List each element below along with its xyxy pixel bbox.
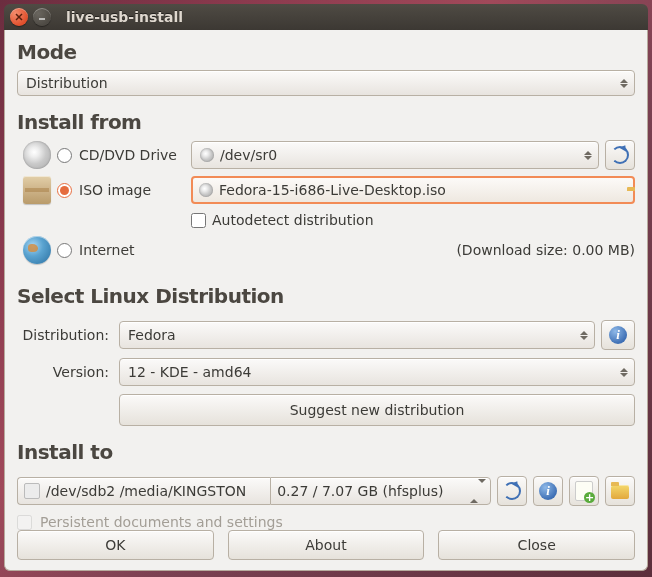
target-device-capacity: 0.27 / 7.07 GB (hfsplus): [277, 483, 443, 499]
suggest-distribution-label: Suggest new distribution: [290, 402, 465, 418]
source-row-iso: ISO image Fedora-15-i686-Live-Desktop.is…: [17, 176, 635, 204]
chevron-updown-icon: [470, 483, 486, 499]
target-add-button[interactable]: [569, 476, 599, 506]
install-from-heading: Install from: [17, 110, 635, 134]
close-button-label: Close: [518, 537, 556, 553]
install-to-row: /dev/sdb2 /media/KINGSTON 0.27 / 7.07 GB…: [17, 476, 635, 506]
iso-file-picker[interactable]: Fedora-15-i686-Live-Desktop.iso: [191, 176, 635, 204]
mode-heading: Mode: [17, 40, 635, 64]
target-refresh-button[interactable]: [497, 476, 527, 506]
button-row: OK About Close: [17, 530, 635, 560]
cd-icon: [23, 141, 51, 169]
persistent-row: Persistent documents and settings: [17, 514, 635, 530]
persistent-checkbox: [17, 515, 32, 530]
select-dist-heading: Select Linux Distribution: [17, 284, 635, 308]
minimize-icon: [37, 12, 47, 22]
target-device-path: /dev/sdb2 /media/KINGSTON: [46, 483, 246, 499]
distribution-label: Distribution:: [17, 327, 113, 343]
iso-file-name: Fedora-15-i686-Live-Desktop.iso: [219, 182, 446, 198]
chevron-updown-icon: [578, 151, 592, 160]
document-add-icon: [575, 481, 593, 501]
drive-icon: [24, 483, 40, 499]
titlebar: live-usb-install: [4, 4, 648, 30]
cd-device-dropdown[interactable]: /dev/sr0: [191, 141, 599, 169]
source-label-internet: Internet: [79, 242, 191, 258]
mode-dropdown[interactable]: Distribution: [17, 70, 635, 96]
about-button[interactable]: About: [228, 530, 425, 560]
refresh-icon: [611, 146, 629, 164]
chevron-updown-icon: [614, 79, 628, 88]
autodetect-label: Autodetect distribution: [212, 212, 374, 228]
disc-icon: [199, 183, 213, 197]
select-dist-grid: Distribution: Fedora i Version: 12 - KDE…: [17, 320, 635, 426]
version-value: 12 - KDE - amd64: [128, 364, 251, 380]
ok-button[interactable]: OK: [17, 530, 214, 560]
package-icon: [23, 176, 51, 204]
globe-icon: [23, 236, 51, 264]
target-browse-button[interactable]: [605, 476, 635, 506]
cd-device-value: /dev/sr0: [220, 147, 277, 163]
source-label-iso: ISO image: [79, 182, 191, 198]
chevron-updown-icon: [574, 331, 588, 340]
source-radio-internet[interactable]: [57, 243, 72, 258]
source-label-cd: CD/DVD Drive: [79, 147, 191, 163]
cd-refresh-button[interactable]: [605, 140, 635, 170]
window-body: Mode Distribution Install from CD/DVD Dr…: [4, 30, 648, 571]
refresh-icon: [503, 482, 521, 500]
persistent-label: Persistent documents and settings: [40, 514, 283, 530]
source-row-cd: CD/DVD Drive /dev/sr0: [17, 140, 635, 170]
info-icon: i: [539, 482, 557, 500]
download-size-text: (Download size: 0.00 MB): [456, 242, 635, 258]
mode-dropdown-value: Distribution: [26, 75, 108, 91]
window-title: live-usb-install: [66, 9, 183, 25]
close-icon: [14, 12, 24, 22]
about-button-label: About: [305, 537, 346, 553]
target-device-dropdown[interactable]: /dev/sdb2 /media/KINGSTON 0.27 / 7.07 GB…: [17, 477, 491, 505]
ok-button-label: OK: [105, 537, 125, 553]
distribution-dropdown[interactable]: Fedora: [119, 321, 595, 349]
window-minimize-button[interactable]: [33, 8, 51, 26]
version-label: Version:: [17, 364, 113, 380]
install-to-heading: Install to: [17, 440, 635, 464]
autodetect-checkbox[interactable]: [191, 213, 206, 228]
suggest-distribution-button[interactable]: Suggest new distribution: [119, 394, 635, 426]
window-close-button[interactable]: [10, 8, 28, 26]
disc-icon: [200, 148, 214, 162]
target-info-button[interactable]: i: [533, 476, 563, 506]
version-dropdown[interactable]: 12 - KDE - amd64: [119, 358, 635, 386]
info-icon: i: [609, 326, 627, 344]
distribution-value: Fedora: [128, 327, 176, 343]
distribution-info-button[interactable]: i: [601, 320, 635, 350]
close-button[interactable]: Close: [438, 530, 635, 560]
source-radio-iso[interactable]: [57, 183, 72, 198]
chevron-updown-icon: [614, 368, 628, 377]
source-radio-cd[interactable]: [57, 148, 72, 163]
autodetect-row: Autodetect distribution: [191, 212, 635, 228]
source-row-internet: Internet (Download size: 0.00 MB): [17, 236, 635, 264]
folder-open-icon: [611, 485, 629, 499]
